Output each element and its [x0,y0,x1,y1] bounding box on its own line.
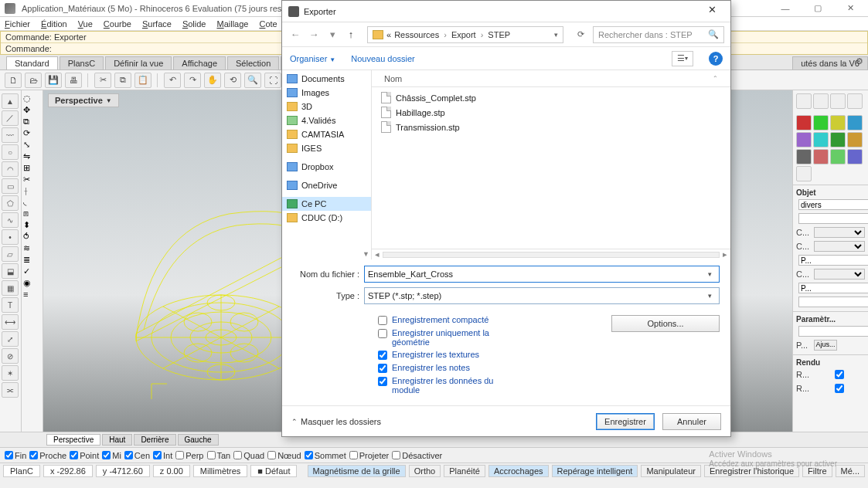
viewtab-perspective[interactable]: Perspective [46,434,100,446]
status-planar[interactable]: Planéité [444,465,485,477]
tree-dropbox[interactable]: Dropbox [282,160,371,174]
type-select[interactable]: STEP (*.stp; *.step) ▾ [364,287,720,304]
prop-field[interactable] [798,199,868,210]
chevron-down-icon[interactable]: ▼ [106,97,112,104]
view-mode-icon[interactable]: ☰▾ [672,51,693,66]
dim-icon[interactable]: ⟷ [2,314,19,330]
panel-icon[interactable] [813,149,829,164]
panel-icon[interactable] [830,149,846,164]
panel-icon[interactable] [813,132,829,147]
tree-cduc[interactable]: CDUC (D:) [282,211,371,225]
prop-field[interactable] [798,283,868,293]
text-icon[interactable]: T [2,297,19,313]
tab-standard[interactable]: Standard [6,56,58,69]
panel-icon[interactable] [847,149,863,164]
minimize-button[interactable]: — [772,4,798,13]
fillet-icon[interactable]: ◟ [23,197,41,207]
status-plane[interactable]: PlanC [3,465,40,477]
filename-field[interactable] [368,269,703,279]
join-icon[interactable]: ⫘ [2,382,19,398]
copy2-icon[interactable]: ⧉ [23,117,41,127]
bool-icon[interactable]: ⊘ [2,348,19,364]
menu-surface[interactable]: Surface [142,19,172,29]
osnap-mi[interactable]: Mi [102,451,121,460]
osnap-point[interactable]: Point [70,451,99,460]
panel-icon[interactable] [796,93,812,109]
history-dd-icon[interactable]: ▾ [325,29,339,40]
new-icon[interactable]: 🗋 [5,73,22,88]
file-list-header[interactable]: Nom ⌃ [372,70,730,87]
pointer-icon[interactable]: ▲ [2,93,19,109]
check-textures[interactable]: Enregistrer les textures [378,350,588,360]
osnap-proche[interactable]: Proche [29,451,66,460]
back-icon[interactable]: ← [288,29,302,40]
prop-select[interactable] [814,269,865,280]
explode-icon[interactable]: ✶ [2,365,19,381]
check-notes[interactable]: Enregistrer les notes [378,363,588,373]
breadcrumb-seg[interactable]: Ressources [394,30,439,39]
file-item[interactable]: Châssis_Complet.stp [381,90,721,105]
maximize-button[interactable]: ▢ [805,3,831,13]
point-icon[interactable]: • [2,229,19,245]
status-layer[interactable]: ■ Défaut [250,465,297,477]
breadcrumb[interactable]: « Ressources › Export › STEP ▾ [367,26,563,43]
chevron-down-icon[interactable]: ▾ [703,270,716,278]
print-icon[interactable]: 🖶 [65,73,82,88]
hide-folders-button[interactable]: ⌃ Masquer les dossiers [291,417,381,426]
osnap-noeud[interactable]: Nœud [267,451,301,460]
extrude-icon[interactable]: ⬍ [23,220,41,230]
tab-selection[interactable]: Sélection [227,56,279,69]
rotate2-icon[interactable]: ⟳ [23,128,41,138]
render-icon[interactable]: ◉ [23,278,41,288]
zoom-extents-icon[interactable]: ⛶ [264,73,281,88]
offset-icon[interactable]: ⧆ [23,208,41,219]
breadcrumb-seg[interactable]: Export [451,30,476,39]
tree-valides[interactable]: 4.Validés [282,114,371,127]
osnap-perp[interactable]: Perp [175,451,203,460]
loft-icon[interactable]: ≣ [23,255,41,265]
osnap-fin[interactable]: Fin [5,451,26,460]
viewtab-gauche[interactable]: Gauche [178,434,219,446]
panel-icon[interactable] [830,93,846,109]
mesh-icon[interactable]: ▦ [2,280,19,296]
trim-icon[interactable]: ✂ [23,175,41,185]
cancel-button[interactable]: Annuler [662,413,721,430]
split-icon[interactable]: ⟊ [23,186,41,195]
save-button[interactable]: Enregistrer [596,413,655,430]
panel-icon[interactable] [796,166,812,181]
status-gumball[interactable]: Manipulateur [641,465,701,477]
check-module[interactable]: Enregistrer les données du module [378,376,588,395]
panel-icon[interactable] [796,115,812,130]
chevron-down-icon[interactable]: ▾ [703,292,716,300]
tab-definirvue[interactable]: Définir la vue [105,56,172,69]
breadcrumb-prefix[interactable]: « [386,30,391,39]
prop-field[interactable] [798,326,868,337]
menu-maillage[interactable]: Maillage [216,19,248,29]
polyline-icon[interactable]: 〰 [2,127,19,143]
open-icon[interactable]: 🗁 [25,73,42,88]
new-folder-button[interactable]: Nouveau dossier [351,54,415,63]
col-nom[interactable]: Nom [384,74,713,83]
tab-plansc[interactable]: PlansC [60,56,104,69]
surface-icon[interactable]: ▱ [2,246,19,262]
status-units[interactable]: Millimètres [193,465,248,477]
osnap-cen[interactable]: Cen [124,451,150,460]
status-ortho[interactable]: Ortho [409,465,441,477]
close-button[interactable]: ✕ [837,3,863,13]
scale-icon[interactable]: ⤡ [23,140,41,150]
curve-icon[interactable]: ∿ [2,212,19,228]
check-compact[interactable]: Enregistrement compacté [378,315,588,325]
panel-icon[interactable] [830,132,846,147]
tab-affichage[interactable]: Affichage [173,56,226,69]
tree-images[interactable]: Images [282,86,371,100]
copy-icon[interactable]: ⧉ [114,73,131,88]
panel-icon[interactable] [847,115,863,130]
viewport-title[interactable]: Perspective ▼ [48,93,119,107]
osnap-desactiver[interactable]: Désactiver [392,451,442,460]
panel-icon[interactable] [830,115,846,130]
tree-documents[interactable]: Documents [282,72,371,86]
polygon-icon[interactable]: ⬠ [2,195,19,211]
osnap-projeter[interactable]: Projeter [349,451,390,460]
options-button[interactable]: Options... [611,315,720,332]
breadcrumb-dd-icon[interactable]: ▾ [554,31,558,39]
